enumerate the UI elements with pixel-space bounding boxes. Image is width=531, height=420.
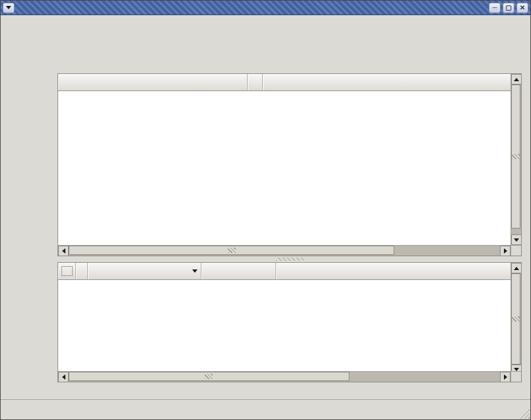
groups-table — [57, 73, 522, 256]
scroll-right-button[interactable] — [500, 372, 511, 382]
menubar — [1, 15, 530, 32]
scrollbar-trough[interactable] — [511, 228, 521, 234]
sidebar — [1, 32, 57, 400]
main-panel — [57, 32, 530, 400]
scroll-up-button[interactable] — [511, 74, 522, 85]
scroll-left-button[interactable] — [58, 246, 69, 256]
column-header-status[interactable] — [76, 263, 88, 280]
scroll-left-button[interactable] — [58, 372, 69, 382]
app-window: ─ ▢ ✕ — [0, 0, 531, 420]
groups-vertical-scrollbar[interactable] — [511, 74, 521, 245]
page-header — [57, 32, 522, 73]
arrow-down-icon — [514, 238, 519, 242]
groups-table-header — [58, 74, 511, 91]
pane-splitter[interactable] — [57, 256, 522, 262]
minimize-button[interactable]: ─ — [489, 3, 501, 13]
statusbar — [1, 400, 530, 419]
groups-rows — [58, 91, 511, 245]
scrollbar-thumb[interactable] — [511, 85, 520, 228]
arrow-right-icon — [504, 374, 507, 380]
groups-horizontal-scrollbar[interactable] — [58, 245, 511, 256]
close-button[interactable]: ✕ — [516, 3, 528, 13]
column-header-categories[interactable] — [58, 74, 248, 91]
maximize-button[interactable]: ▢ — [503, 3, 514, 13]
titlebar[interactable]: ─ ▢ ✕ — [1, 1, 530, 15]
scrollbar-thumb[interactable] — [511, 273, 520, 365]
scrollbar-trough[interactable] — [349, 372, 500, 382]
packages-table-header — [58, 263, 511, 280]
column-header-ver[interactable] — [201, 263, 276, 280]
packages-vertical-scrollbar[interactable] — [511, 263, 521, 371]
column-header-package[interactable] — [88, 263, 201, 280]
focus-rectangle — [61, 266, 73, 276]
window-controls: ─ ▢ ✕ — [489, 3, 528, 13]
groups-table-area — [58, 74, 511, 245]
packages-rows — [58, 280, 511, 371]
scrollbar-corner — [511, 371, 521, 382]
package-type-tabs — [57, 382, 522, 400]
packages-table — [57, 262, 522, 382]
scrollbar-thumb[interactable] — [69, 372, 349, 381]
column-header-description[interactable] — [263, 74, 511, 91]
scrollbar-trough[interactable] — [394, 246, 500, 256]
arrow-up-icon — [514, 267, 519, 270]
scroll-up-button[interactable] — [511, 263, 522, 273]
column-header-flag[interactable] — [248, 74, 263, 91]
arrow-right-icon — [504, 248, 507, 254]
arrow-up-icon — [514, 78, 519, 81]
scroll-down-button[interactable] — [511, 234, 522, 245]
packages-table-area — [58, 263, 511, 371]
sort-descending-icon — [192, 269, 197, 273]
packages-horizontal-scrollbar[interactable] — [58, 371, 511, 382]
arrow-left-icon — [62, 248, 65, 254]
column-header-summary[interactable] — [276, 263, 511, 280]
scrollbar-corner — [511, 245, 521, 256]
window-menu-button[interactable] — [3, 3, 15, 13]
content — [1, 32, 530, 400]
arrow-left-icon — [62, 374, 65, 380]
resize-grip[interactable] — [520, 409, 530, 419]
chevron-down-icon — [6, 6, 11, 9]
scrollbar-thumb[interactable] — [69, 246, 394, 255]
column-header-select[interactable] — [58, 263, 76, 280]
splitter-grip-icon — [276, 258, 304, 261]
scroll-right-button[interactable] — [500, 246, 511, 256]
